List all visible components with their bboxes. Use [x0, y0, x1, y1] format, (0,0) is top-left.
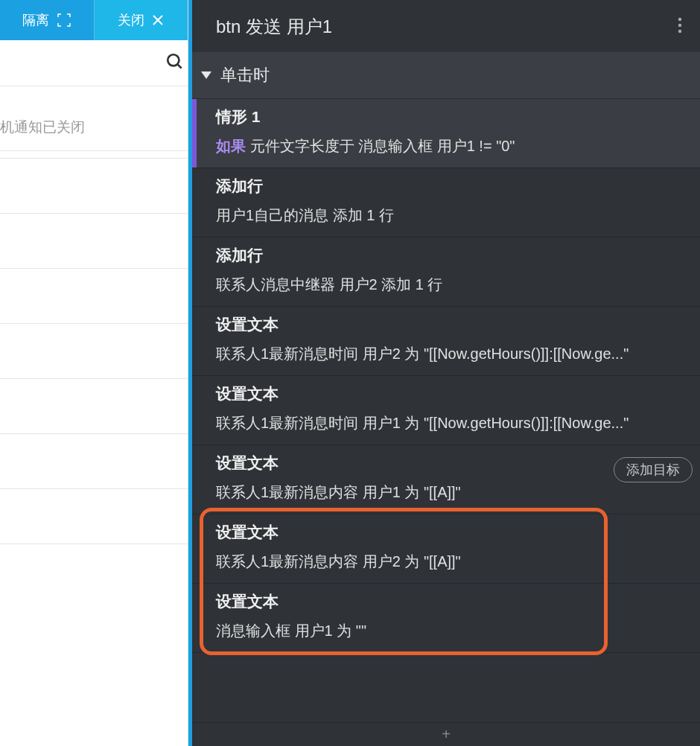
action-title: 设置文本: [216, 314, 685, 335]
list-item: [0, 214, 188, 269]
action-item[interactable]: 设置文本 联系人1最新消息时间 用户2 为 "[[Now.getHours()]…: [192, 307, 700, 376]
svg-point-0: [168, 54, 179, 66]
add-target-button[interactable]: 添加目标: [614, 457, 693, 482]
search-row: [0, 40, 188, 86]
panel-header: btn 发送 用户1: [192, 0, 700, 52]
accent-strip: [188, 0, 192, 746]
list-item: [0, 151, 188, 159]
svg-point-3: [678, 30, 681, 33]
tab-isolate-label: 隔离: [22, 11, 49, 29]
tab-isolate[interactable]: 隔离: [0, 0, 95, 40]
list-item: [0, 489, 188, 544]
tabs-bar: 隔离 关闭: [0, 0, 188, 40]
close-icon: [152, 14, 164, 26]
action-item[interactable]: 添加行 联系人消息中继器 用户2 添加 1 行: [192, 237, 700, 307]
action-title: 设置文本: [216, 591, 685, 612]
search-icon[interactable]: [165, 52, 185, 74]
notification-row: 机通知已关闭: [0, 86, 188, 151]
list-item: [0, 159, 188, 214]
list-item: [0, 269, 188, 324]
tab-close[interactable]: 关闭: [95, 0, 188, 40]
interactions-panel: btn 发送 用户1 单击时 情形 1 如果 元件文字长度于 消息输入框 用户1…: [188, 0, 700, 746]
action-item[interactable]: 设置文本 联系人1最新消息内容 用户2 为 "[[A]]": [192, 514, 700, 584]
action-title: 设置文本: [216, 383, 685, 404]
left-panel: 隔离 关闭 机通知已关闭: [0, 0, 188, 746]
list-item: [0, 324, 188, 379]
list-item: [0, 379, 188, 434]
action-detail: 联系人1最新消息时间 用户1 为 "[[Now.getHours()]]:[[N…: [216, 412, 685, 434]
if-keyword: 如果: [216, 138, 246, 154]
action-detail: 联系人消息中继器 用户2 添加 1 行: [216, 273, 685, 296]
case-indicator: [192, 99, 197, 168]
svg-point-2: [678, 24, 681, 27]
action-title: 添加行: [216, 245, 685, 266]
tab-close-label: 关闭: [118, 11, 144, 29]
list-item: [0, 434, 188, 489]
action-title: 设置文本: [216, 522, 685, 543]
action-item[interactable]: 添加目标 设置文本 联系人1最新消息内容 用户1 为 "[[A]]": [192, 445, 700, 514]
condition-text: 元件文字长度于 消息输入框 用户1 != "0": [246, 138, 515, 154]
action-detail: 联系人1最新消息时间 用户2 为 "[[Now.getHours()]]:[[N…: [216, 342, 685, 365]
action-item[interactable]: 设置文本 联系人1最新消息时间 用户1 为 "[[Now.getHours()]…: [192, 376, 700, 445]
notification-text: 机通知已关闭: [0, 119, 85, 135]
action-detail: 联系人1最新消息内容 用户2 为 "[[A]]": [216, 550, 685, 573]
more-menu[interactable]: [678, 17, 682, 36]
event-header[interactable]: 单击时: [192, 52, 700, 99]
focus-icon: [57, 13, 71, 28]
action-item[interactable]: 添加行 用户1自己的消息 添加 1 行: [192, 168, 700, 237]
action-title: 添加行: [216, 176, 685, 197]
case-title: 情形 1: [216, 106, 685, 127]
actions-list: 情形 1 如果 元件文字长度于 消息输入框 用户1 != "0" 添加行 用户1…: [192, 99, 700, 722]
panel-title: btn 发送 用户1: [216, 15, 332, 39]
svg-point-1: [678, 18, 681, 21]
action-item[interactable]: 设置文本 消息输入框 用户1 为 "": [192, 584, 700, 653]
action-detail: 用户1自己的消息 添加 1 行: [216, 204, 685, 226]
action-detail: 消息输入框 用户1 为 "": [216, 619, 685, 642]
case-condition: 如果 元件文字长度于 消息输入框 用户1 != "0": [216, 135, 685, 157]
add-action-button[interactable]: +: [192, 722, 700, 746]
plus-icon: +: [442, 726, 451, 742]
add-target-label: 添加目标: [626, 462, 680, 477]
action-detail: 联系人1最新消息内容 用户1 为 "[[A]]": [216, 481, 685, 503]
case-block[interactable]: 情形 1 如果 元件文字长度于 消息输入框 用户1 != "0": [192, 99, 700, 168]
event-label: 单击时: [220, 64, 270, 86]
chevron-down-icon: [201, 71, 211, 79]
